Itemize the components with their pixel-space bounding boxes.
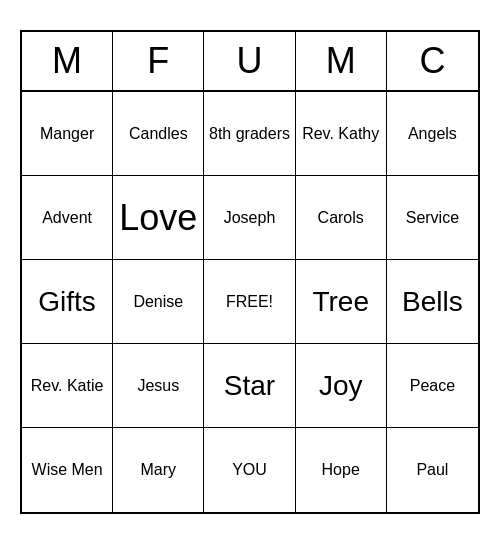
bingo-cell-8: Carols xyxy=(296,176,387,260)
bingo-cell-4: Angels xyxy=(387,92,478,176)
bingo-cell-2: 8th graders xyxy=(204,92,295,176)
header-letter-0: M xyxy=(22,32,113,90)
bingo-cell-10: Gifts xyxy=(22,260,113,344)
bingo-cell-1: Candles xyxy=(113,92,204,176)
bingo-cell-19: Peace xyxy=(387,344,478,428)
bingo-grid: MangerCandles8th gradersRev. KathyAngels… xyxy=(22,92,478,512)
bingo-cell-24: Paul xyxy=(387,428,478,512)
bingo-cell-14: Bells xyxy=(387,260,478,344)
bingo-cell-9: Service xyxy=(387,176,478,260)
header-letter-2: U xyxy=(204,32,295,90)
bingo-cell-6: Love xyxy=(113,176,204,260)
bingo-cell-3: Rev. Kathy xyxy=(296,92,387,176)
header-letter-1: F xyxy=(113,32,204,90)
bingo-cell-20: Wise Men xyxy=(22,428,113,512)
header-letter-4: C xyxy=(387,32,478,90)
bingo-cell-13: Tree xyxy=(296,260,387,344)
bingo-cell-12: FREE! xyxy=(204,260,295,344)
bingo-cell-5: Advent xyxy=(22,176,113,260)
bingo-cell-15: Rev. Katie xyxy=(22,344,113,428)
bingo-cell-18: Joy xyxy=(296,344,387,428)
bingo-cell-7: Joseph xyxy=(204,176,295,260)
bingo-cell-11: Denise xyxy=(113,260,204,344)
bingo-cell-17: Star xyxy=(204,344,295,428)
bingo-header: MFUMC xyxy=(22,32,478,92)
bingo-card: MFUMC MangerCandles8th gradersRev. Kathy… xyxy=(20,30,480,514)
bingo-cell-22: YOU xyxy=(204,428,295,512)
header-letter-3: M xyxy=(296,32,387,90)
bingo-cell-23: Hope xyxy=(296,428,387,512)
bingo-cell-0: Manger xyxy=(22,92,113,176)
bingo-cell-16: Jesus xyxy=(113,344,204,428)
bingo-cell-21: Mary xyxy=(113,428,204,512)
